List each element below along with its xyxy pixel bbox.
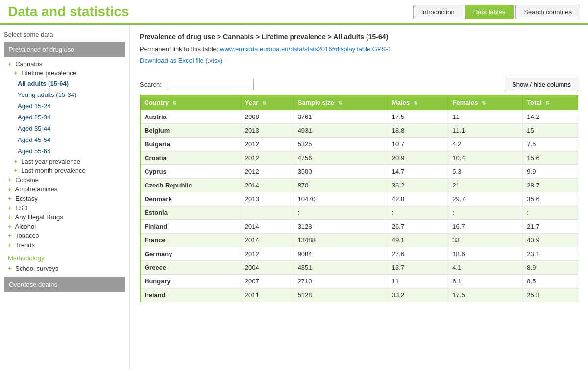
cell-sample: 5325 [294,138,388,151]
cell-total: 28.7 [523,179,578,192]
plus-icon: + [8,213,12,221]
sidebar-item-illegal-drugs[interactable]: + Any Illegal Drugs [4,212,125,222]
plus-icon: + [8,265,12,272]
nav-introduction[interactable]: Introduction [413,5,463,19]
sidebar-item-lifetime[interactable]: + Lifetime prevalence [4,69,125,78]
cell-males: 36.2 [388,179,448,192]
page-title: Data and statistics [8,4,413,20]
download-link[interactable]: Download as Excel file (.xlsx) [140,57,222,64]
sidebar-item-lsd[interactable]: + LSD [4,203,125,212]
sort-arrows-sample[interactable]: ⇅ [338,100,342,106]
sidebar-overdose-header[interactable]: Overdose deaths [4,277,125,292]
sort-arrows-females[interactable]: ⇅ [482,100,486,106]
sidebar-item-aged-25-34[interactable]: Aged 25-34 [4,112,125,123]
sort-arrows-males[interactable]: ⇅ [414,100,417,106]
header-nav: Introduction Data tables Search countrie… [413,5,580,19]
show-hide-columns-button[interactable]: Show / hide columns [505,78,578,91]
sidebar-methodology-link[interactable]: Methodology [4,253,125,264]
cell-males: 17.5 [388,110,448,124]
cell-males: 11 [388,275,448,288]
col-total[interactable]: Total ⇅ [523,95,578,110]
cell-males: 27.6 [388,247,448,261]
sort-arrows-year[interactable]: ⇅ [262,100,266,106]
cell-year: 2004 [241,261,294,275]
sort-arrows-total[interactable]: ⇅ [545,100,549,106]
table-row: Ireland 2011 5128 33.2 17.5 25.3 [140,288,578,302]
sidebar-item-cocaine[interactable]: + Cocaine [4,175,125,185]
plus-icon: + [14,158,18,165]
cell-females: 4.1 [448,261,523,275]
cell-country: Finland [140,220,241,234]
table-toolbar: Search: Show / hide columns [140,78,578,91]
col-country[interactable]: Country ⇅ [140,95,241,110]
sidebar-item-aged-15-24[interactable]: Aged 15-24 [4,100,125,112]
sidebar-prevalence-header[interactable]: Prevalence of drug use [4,42,125,57]
table-row: Cyprus 2012 3500 14.7 5.3 9.9 [140,165,578,179]
cell-total: 14.2 [523,110,578,124]
search-input[interactable] [166,79,254,90]
col-year[interactable]: Year ⇅ [241,95,294,110]
sidebar-item-tobacco[interactable]: + Tobacco [4,231,125,240]
cell-year: 2012 [241,138,294,151]
cell-country: Czech Republic [140,179,241,192]
permanent-link-url[interactable]: www.emcdda.europa.eu/data/stats2016#disp… [220,46,392,53]
table-row: Belgium 2013 4931 18.8 11.1 15 [140,124,578,138]
cell-males: 18.8 [388,124,448,138]
cell-year: 2014 [241,179,294,192]
col-males[interactable]: Males ⇅ [388,95,448,110]
col-sample[interactable]: Sample size ⇅ [294,95,388,110]
cell-females: 29.7 [448,192,523,206]
cell-total: 23.1 [523,247,578,261]
sidebar-item-amphetamines[interactable]: + Amphetamines [4,185,125,194]
nav-data-tables[interactable]: Data tables [465,5,514,19]
cell-total: 21.7 [523,220,578,234]
table-row: Denmark 2013 10470 42.8 29.7 35.6 [140,192,578,206]
plus-icon: + [14,70,18,77]
cell-females: 11 [448,110,523,124]
table-row: Bulgaria 2012 5325 10.7 4.2 7.5 [140,138,578,151]
cell-country: Ireland [140,288,241,302]
cell-sample: 3500 [294,165,388,179]
cell-females: 18.6 [448,247,523,261]
cell-sample: 2710 [294,275,388,288]
table-row: Estonia : : : : [140,206,578,220]
cell-males: 10.7 [388,138,448,151]
sidebar-item-cannabis[interactable]: + Cannabis [4,59,125,69]
cell-total: 8.9 [523,261,578,275]
sidebar-item-aged-45-54[interactable]: Aged 45-54 [4,134,125,145]
sidebar-item-trends[interactable]: + Trends [4,240,125,250]
cell-year: 2007 [241,275,294,288]
cell-sample: 5128 [294,288,388,302]
sidebar-item-aged-35-44[interactable]: Aged 35-44 [4,123,125,134]
sidebar-item-last-year[interactable]: + Last year prevalence [4,157,125,166]
sidebar-item-aged-55-64[interactable]: Aged 55-64 [4,145,125,157]
cell-year: 2012 [241,151,294,165]
sidebar-item-young-adults[interactable]: Young adults (15-34) [4,89,125,100]
sidebar-item-school-surveys[interactable]: + School surveys [4,264,125,273]
sidebar-item-all-adults[interactable]: All adults (15-64) [4,78,125,89]
cell-females: 5.3 [448,165,523,179]
col-females[interactable]: Females ⇅ [448,95,523,110]
cell-sample: 4756 [294,151,388,165]
sort-arrows-country[interactable]: ⇅ [172,100,176,106]
cell-females: 33 [448,234,523,247]
cell-country: Belgium [140,124,241,138]
cell-females: 16.7 [448,220,523,234]
sidebar-item-last-month[interactable]: + Last month prevalence [4,166,125,175]
cell-year: 2012 [241,247,294,261]
cell-year: 2013 [241,124,294,138]
plus-icon: + [8,60,12,68]
cell-females: 11.1 [448,124,523,138]
plus-icon: + [8,204,12,211]
cell-country: Austria [140,110,241,124]
cell-total: 8.5 [523,275,578,288]
table-row: Austria 2008 3761 17.5 11 14.2 [140,110,578,124]
sidebar-item-ecstasy[interactable]: + Ecstasy [4,194,125,203]
sidebar-item-alcohol[interactable]: + Alcohol [4,222,125,231]
cell-total: 15 [523,124,578,138]
breadcrumb: Prevalence of drug use > Cannabis > Life… [140,33,578,41]
cell-country: Greece [140,261,241,275]
cell-year: 2014 [241,234,294,247]
nav-search-countries[interactable]: Search countries [515,5,580,19]
data-table: Country ⇅ Year ⇅ Sample size ⇅ Males ⇅ [140,95,578,302]
